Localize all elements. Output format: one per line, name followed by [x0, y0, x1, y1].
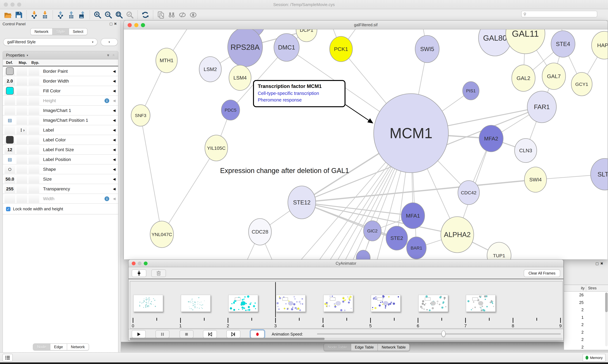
mapping-cell[interactable]	[16, 87, 27, 95]
bypass-cell[interactable]	[28, 87, 39, 95]
network-node[interactable]: GAL11	[506, 29, 545, 54]
default-value-cell[interactable]	[4, 96, 15, 105]
bypass-cell[interactable]	[28, 116, 39, 124]
search-input[interactable]: ⚲	[521, 11, 597, 17]
network-node[interactable]: GCY1	[571, 72, 592, 96]
network-edge[interactable]	[141, 116, 162, 234]
mapping-cell[interactable]	[16, 96, 27, 105]
network-node[interactable]: CDC28	[249, 219, 271, 245]
network-node[interactable]: GAL2	[512, 65, 535, 91]
speed-slider[interactable]	[317, 333, 561, 335]
property-row[interactable]: ⋮›Label◀	[3, 125, 118, 135]
network-edge[interactable]	[162, 148, 216, 234]
expand-row-icon[interactable]: ◀	[113, 177, 116, 181]
network-node[interactable]	[356, 250, 370, 259]
bypass-cell[interactable]	[28, 184, 39, 193]
network-node[interactable]: PCK1	[330, 36, 352, 62]
network-edge[interactable]	[302, 180, 536, 202]
stop-button[interactable]	[180, 330, 193, 338]
network-node[interactable]: GIC2	[363, 221, 381, 241]
network-node[interactable]: LSM4	[229, 65, 251, 91]
tab-network[interactable]: Network	[31, 28, 53, 35]
mapping-cell[interactable]	[16, 175, 27, 183]
network-node[interactable]: ALPHA2	[441, 217, 474, 253]
network-node[interactable]: SNF3	[131, 105, 150, 126]
tab-style[interactable]: Style	[53, 28, 69, 35]
default-value-cell[interactable]: 255	[4, 184, 15, 193]
import-table-icon[interactable]	[40, 10, 50, 20]
annotation-link-1[interactable]: Cell-type-specific transcription	[258, 91, 341, 96]
task-history-button[interactable]	[2, 354, 13, 362]
default-value-cell[interactable]: 50.0	[4, 175, 15, 183]
table-row[interactable]: 1	[564, 314, 608, 321]
info-icon[interactable]: i	[105, 196, 109, 201]
table-row[interactable]: 2	[564, 336, 608, 344]
frame-thumbnail[interactable]	[466, 295, 496, 312]
bypass-cell[interactable]	[28, 194, 39, 203]
property-row[interactable]: ▤Label Position◀	[3, 155, 118, 164]
frame-thumbnail[interactable]	[418, 295, 448, 312]
bypass-cell[interactable]	[28, 145, 39, 154]
expand-row-icon[interactable]: ◀	[113, 147, 116, 152]
mapping-cell[interactable]: ⋮›	[16, 126, 27, 134]
zoom-fit-icon[interactable]	[114, 10, 124, 20]
tab-network-style[interactable]: Network	[67, 344, 88, 350]
close-panel-icon[interactable]: ✖	[114, 22, 118, 26]
tab-node-style[interactable]: Node	[33, 344, 50, 350]
network-node[interactable]: STE12	[288, 186, 316, 219]
tab-edge-table[interactable]: Edge Table	[351, 344, 378, 351]
clear-all-frames-button[interactable]: Clear All Frames	[524, 269, 560, 277]
refresh-icon[interactable]	[140, 10, 151, 20]
tab-select[interactable]: Select	[69, 28, 87, 35]
property-row[interactable]: Label Color◀	[3, 135, 118, 145]
network-node[interactable]: DCP1	[296, 29, 317, 42]
default-value-cell[interactable]	[4, 87, 15, 95]
table-row[interactable]: 25	[564, 299, 608, 306]
default-value-cell[interactable]	[4, 135, 15, 144]
cyanimator-titlebar[interactable]: CyAnimator	[129, 260, 563, 267]
zoom-out-icon[interactable]	[103, 10, 114, 20]
network-node[interactable]: STE4	[551, 31, 575, 57]
property-row[interactable]: Fill Color◀	[3, 86, 118, 96]
expand-row-icon[interactable]: ◀	[113, 99, 116, 103]
skip-to-start-button[interactable]	[203, 330, 217, 338]
delete-frame-button[interactable]	[151, 269, 166, 277]
default-value-cell[interactable]: ○	[4, 165, 15, 173]
property-row[interactable]: Image/Chart 1◀	[3, 106, 118, 116]
skip-to-end-button[interactable]	[226, 330, 240, 338]
collapse-all-icon[interactable]: «	[111, 54, 116, 56]
frame-thumbnail[interactable]	[371, 295, 401, 312]
network-node[interactable]: SWI5	[415, 35, 439, 63]
table-row[interactable]: 26	[564, 292, 608, 299]
network-graph[interactable]: RPS28ADMC1DCP1PCK1SWI5GAL80GAL11STE4HAP2…	[124, 29, 608, 259]
network-node[interactable]: MFA2	[479, 125, 503, 152]
frame-thumbnail[interactable]	[181, 295, 211, 312]
tab-node-table[interactable]: Node Table	[324, 344, 351, 351]
property-row[interactable]: Border Paint◀	[3, 66, 118, 76]
network-node[interactable]: YIL105C	[205, 135, 228, 161]
table-row[interactable]: 2	[564, 344, 608, 351]
mapping-cell[interactable]	[16, 116, 27, 124]
open-session-icon[interactable]	[2, 10, 13, 20]
export-table-icon[interactable]	[66, 10, 77, 20]
table-row[interactable]: 2	[564, 321, 608, 329]
network-node[interactable]: STE2	[386, 226, 408, 250]
frame-thumbnail[interactable]	[133, 295, 163, 312]
float-panel-icon[interactable]: ▢	[110, 22, 114, 26]
network-node[interactable]: YNL047C	[150, 221, 174, 248]
network-node[interactable]: PDC5	[221, 100, 240, 120]
import-network-icon[interactable]	[29, 10, 40, 20]
expand-row-icon[interactable]: ◀	[113, 138, 116, 142]
timeline[interactable]: 0123456789Seconds	[130, 281, 563, 329]
default-value-cell[interactable]: ▤	[4, 116, 15, 124]
property-row[interactable]: 50.0Size◀	[3, 174, 118, 184]
bypass-cell[interactable]	[28, 67, 39, 76]
network-node[interactable]: CDC42	[458, 181, 479, 205]
network-node[interactable]: CLN3	[515, 139, 537, 163]
style-options-button[interactable]: ▾	[101, 38, 118, 46]
add-frame-button[interactable]	[132, 269, 146, 277]
tab-network-table[interactable]: Network Table	[378, 344, 410, 351]
expand-row-icon[interactable]: ◀	[113, 167, 116, 171]
bypass-cell[interactable]	[28, 126, 39, 134]
expand-row-icon[interactable]: ◀	[113, 157, 116, 161]
